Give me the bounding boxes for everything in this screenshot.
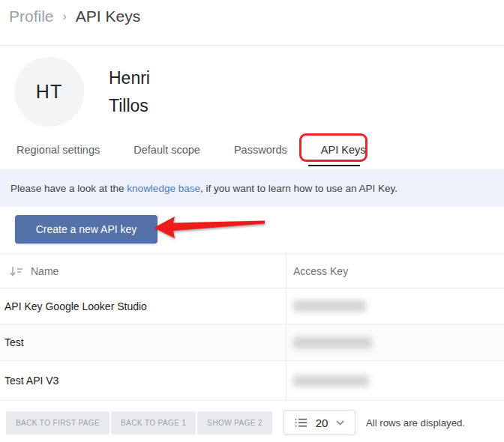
back-to-first-page-button[interactable]: BACK TO FIRST PAGE (6, 411, 110, 435)
name-cell: Test API V3 (0, 361, 286, 400)
banner-text-after: , if you want to learn how to use an API… (200, 183, 398, 194)
sort-icon[interactable] (10, 266, 22, 276)
table-row[interactable]: API Key Google Looker Studio (0, 288, 504, 324)
breadcrumb: Profile › API Keys (9, 7, 504, 25)
access-key-redacted-blur (293, 375, 369, 387)
breadcrumb-current: API Keys (76, 7, 140, 25)
rows-status-text: All rows are displayed. (366, 417, 465, 429)
list-icon (295, 418, 308, 428)
avatar: HT (14, 57, 84, 127)
access-key-redacted-blur (293, 300, 366, 312)
show-page-2-button[interactable]: SHOW PAGE 2 (197, 411, 272, 435)
tab-default-scope[interactable]: Default scope (134, 144, 200, 169)
action-row: Create a new API key (0, 207, 504, 253)
user-fullname: Henri Tillos (109, 64, 150, 120)
back-to-page-1-button[interactable]: BACK TO PAGE 1 (111, 411, 196, 435)
table-row[interactable]: Test (0, 324, 504, 361)
tab-passwords[interactable]: Passwords (234, 144, 287, 169)
create-api-key-button[interactable]: Create a new API key (15, 215, 158, 243)
banner-text: Please have a look at the knowledge base… (10, 183, 398, 194)
profile-summary: HT Henri Tillos (0, 46, 504, 138)
active-tab-underline (308, 165, 360, 166)
banner-text-before: Please have a look at the (10, 183, 127, 194)
breadcrumb-separator-icon: › (63, 10, 67, 23)
table-footer: BACK TO FIRST PAGE BACK TO PAGE 1 SHOW P… (0, 410, 504, 435)
info-banner: Please have a look at the knowledge base… (0, 169, 504, 207)
access-key-cell (286, 361, 504, 400)
name-cell: Test (0, 324, 286, 360)
page-header: Profile › API Keys (0, 0, 504, 46)
user-last-name: Tillos (109, 92, 150, 120)
table-row[interactable]: Test API V3 (0, 361, 504, 401)
access-key-cell (286, 288, 504, 324)
tab-regional-settings[interactable]: Regional settings (16, 144, 100, 169)
user-first-name: Henri (109, 64, 150, 92)
page-size-value: 20 (316, 417, 328, 429)
name-cell: API Key Google Looker Studio (0, 288, 286, 324)
column-header-name[interactable]: Name (31, 265, 58, 277)
table-header-row: Name Access Key (0, 254, 504, 288)
chevron-down-icon (336, 420, 344, 426)
page-size-dropdown[interactable]: 20 (284, 410, 356, 435)
api-keys-table: Name Access Key API Key Google Looker St… (0, 253, 504, 401)
knowledge-base-link[interactable]: knowledge base (127, 183, 200, 194)
breadcrumb-profile[interactable]: Profile (9, 7, 54, 25)
access-key-redacted-blur (293, 337, 372, 348)
column-header-access-key[interactable]: Access Key (293, 265, 348, 277)
profile-tab-bar: Regional settings Default scope Password… (0, 138, 504, 169)
access-key-cell (286, 324, 504, 360)
